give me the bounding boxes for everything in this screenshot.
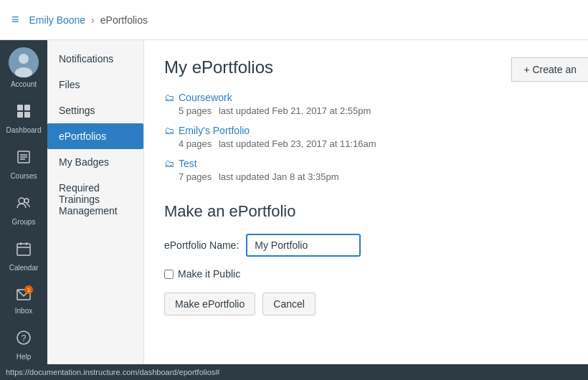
portfolio-pages-emily: 4 pages (179, 138, 212, 149)
portfolio-updated-test: last updated Jan 8 at 3:35pm (219, 171, 339, 182)
portfolio-name-row: ePortfolio Name: (164, 234, 568, 257)
nav-label-groups: Groups (12, 218, 36, 227)
svg-text:?: ? (22, 333, 27, 343)
breadcrumb: Emily Boone › ePortfolios (29, 14, 148, 26)
sidebar-item-help[interactable]: ? Help (0, 323, 47, 364)
make-public-label[interactable]: Make it Public (178, 268, 240, 280)
portfolio-pages-coursework: 5 pages (179, 105, 212, 116)
sidebar-item-required-trainings[interactable]: Required Trainings Management (47, 175, 143, 224)
sidebar: Notifications Files Settings ePortfolios… (47, 40, 144, 364)
dashboard-icon (16, 103, 32, 123)
sidebar-item-my-badges[interactable]: My Badges (47, 149, 143, 175)
form-buttons: Make ePortfolio Cancel (164, 293, 568, 315)
portfolio-name-input[interactable] (246, 234, 361, 257)
nav-label-inbox: Inbox (15, 307, 32, 315)
portfolio-list: 🗂 Coursework 5 pages last updated Feb 21… (164, 92, 568, 182)
make-public-row: Make it Public (164, 268, 568, 280)
sidebar-item-groups[interactable]: Groups (0, 188, 47, 234)
statusbar-url: https://documentation.instructure.com/da… (6, 368, 219, 376)
sidebar-item-settings[interactable]: Settings (47, 98, 143, 123)
breadcrumb-current: ePortfolios (100, 14, 148, 26)
make-public-checkbox[interactable] (164, 270, 174, 279)
svg-rect-5 (17, 112, 23, 118)
inbox-badge: 1 (24, 285, 33, 294)
make-eportfolio-title: Make an ePortfolio (164, 202, 568, 221)
portfolio-pages-test: 7 pages (179, 171, 212, 182)
sidebar-item-account[interactable]: Account (0, 40, 47, 96)
page-title: My ePortfolios (164, 57, 568, 77)
list-item: 🗂 Test 7 pages last updated Jan 8 at 3:3… (164, 158, 568, 182)
portfolio-name-test: Test (179, 158, 197, 169)
portfolio-meta-test: 7 pages last updated Jan 8 at 3:35pm (164, 171, 568, 182)
sidebar-item-calendar[interactable]: Calendar (0, 234, 47, 280)
portfolio-name-emily: Emily's Portfolio (179, 125, 250, 136)
list-item: 🗂 Emily's Portfolio 4 pages last updated… (164, 125, 568, 149)
portfolio-link-test[interactable]: 🗂 Test (164, 158, 568, 169)
nav-label-help: Help (16, 353, 32, 361)
help-icon: ? (16, 330, 32, 350)
portfolio-link-emily[interactable]: 🗂 Emily's Portfolio (164, 125, 568, 136)
svg-rect-3 (17, 105, 23, 110)
breadcrumb-user[interactable]: Emily Boone (29, 14, 86, 26)
list-item: 🗂 Coursework 5 pages last updated Feb 21… (164, 92, 568, 116)
folder-icon: 🗂 (164, 125, 174, 136)
nav-label-calendar: Calendar (9, 264, 39, 272)
topbar: ≡ Emily Boone › ePortfolios (0, 0, 588, 40)
statusbar: https://documentation.instructure.com/da… (0, 364, 588, 380)
folder-icon: 🗂 (164, 92, 174, 103)
portfolio-meta-emily: 4 pages last updated Feb 23, 2017 at 11:… (164, 138, 568, 149)
portfolio-meta-coursework: 5 pages last updated Feb 21, 2017 at 2:5… (164, 105, 568, 116)
sidebar-item-dashboard[interactable]: Dashboard (0, 96, 47, 142)
svg-rect-6 (24, 112, 30, 118)
make-eportfolio-button[interactable]: Make ePortfolio (164, 293, 255, 315)
nav-label-courses: Courses (10, 172, 37, 181)
inbox-badge-container: 1 (16, 287, 32, 307)
svg-rect-4 (24, 105, 30, 110)
sidebar-item-courses[interactable]: Courses (0, 142, 47, 188)
content-area: + Create an My ePortfolios 🗂 Coursework … (144, 40, 588, 364)
svg-point-11 (19, 198, 24, 204)
cancel-button[interactable]: Cancel (262, 293, 316, 315)
portfolio-updated-emily: last updated Feb 23, 2017 at 11:16am (219, 138, 376, 149)
calendar-icon (16, 241, 32, 261)
nav-label-dashboard: Dashboard (6, 126, 42, 135)
avatar (9, 47, 39, 77)
svg-point-12 (24, 199, 29, 203)
hamburger-icon[interactable]: ≡ (11, 12, 19, 27)
svg-rect-13 (17, 244, 30, 255)
svg-point-1 (19, 54, 29, 64)
portfolio-updated-coursework: last updated Feb 21, 2017 at 2:55pm (219, 105, 371, 116)
main-layout: Account Dashboard (0, 40, 588, 364)
create-portfolio-button[interactable]: + Create an (511, 57, 588, 82)
folder-icon: 🗂 (164, 158, 174, 169)
sidebar-item-notifications[interactable]: Notifications (47, 46, 143, 72)
left-nav: Account Dashboard (0, 40, 47, 364)
portfolio-name-coursework: Coursework (179, 92, 232, 103)
sidebar-item-eportfolios[interactable]: ePortfolios (47, 123, 143, 149)
courses-icon (16, 149, 32, 169)
groups-icon (16, 195, 32, 215)
portfolio-name-label: ePortfolio Name: (164, 239, 239, 251)
portfolio-link-coursework[interactable]: 🗂 Coursework (164, 92, 568, 103)
sidebar-item-inbox[interactable]: 1 Inbox (0, 280, 47, 323)
breadcrumb-separator: › (91, 14, 95, 26)
sidebar-item-files[interactable]: Files (47, 72, 143, 98)
nav-label-account: Account (11, 80, 37, 89)
